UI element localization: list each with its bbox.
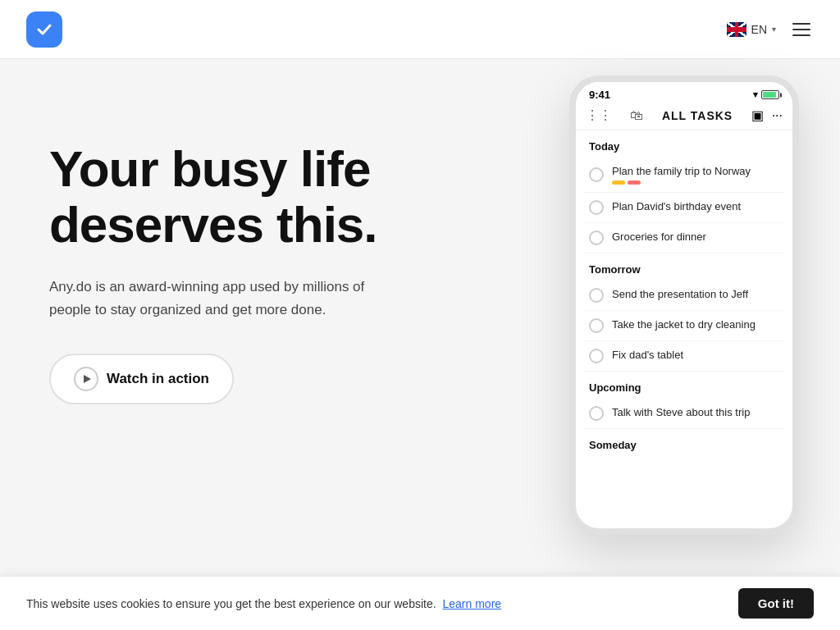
tag-red xyxy=(628,180,641,185)
cookie-message-text: This website uses cookies to ensure you … xyxy=(26,597,436,610)
more-icon: ··· xyxy=(772,108,783,123)
headline-line1: Your busy life xyxy=(49,140,370,197)
layout-icon: ▣ xyxy=(751,107,764,123)
section-tomorrow: Tomorrow xyxy=(582,253,786,281)
cookie-message: This website uses cookies to ensure you … xyxy=(26,597,501,610)
hamburger-line-1 xyxy=(792,23,810,25)
task-item: Talk with Steve about this trip xyxy=(582,399,786,429)
task-text: Talk with Steve about this trip xyxy=(612,406,750,420)
task-text-wrap: Plan the family trip to Norway xyxy=(612,165,779,185)
logo-icon xyxy=(26,11,62,48)
battery-icon xyxy=(761,90,779,99)
battery-fill xyxy=(763,92,776,98)
task-text: Send the presentation to Jeff xyxy=(612,288,748,302)
cookie-actions: Got it! xyxy=(738,588,814,619)
phone-nav-bar: ⋮⋮ 🛍 ALL TASKS ▣ ··· xyxy=(576,104,792,130)
cookie-banner: This website uses cookies to ensure you … xyxy=(0,576,840,630)
bag-icon: 🛍 xyxy=(630,108,643,123)
task-checkbox[interactable] xyxy=(589,349,604,363)
watch-button-label: Watch in action xyxy=(107,371,209,387)
language-code: EN xyxy=(751,23,767,36)
nav-title: ALL TASKS xyxy=(662,109,733,122)
chevron-down-icon: ▾ xyxy=(772,25,776,34)
hamburger-line-3 xyxy=(792,34,810,36)
play-triangle xyxy=(84,375,91,383)
task-checkbox[interactable] xyxy=(589,288,604,303)
header: EN ▾ xyxy=(0,0,840,59)
tag-yellow xyxy=(612,180,625,185)
task-list: Today Plan the family trip to Norway Pla… xyxy=(576,130,792,456)
uk-flag-icon xyxy=(727,22,746,37)
task-checkbox[interactable] xyxy=(589,406,604,421)
grid-icon: ⋮⋮ xyxy=(586,107,612,123)
main-content: Your busy life deserves this. Any.do is … xyxy=(0,59,840,630)
phone-time: 9:41 xyxy=(589,89,610,101)
task-checkbox[interactable] xyxy=(589,200,604,215)
phone-nav-actions: ▣ ··· xyxy=(751,107,783,123)
task-item: Take the jacket to dry cleaning xyxy=(582,311,786,341)
task-item: Fix dad's tablet xyxy=(582,341,786,372)
watch-in-action-button[interactable]: Watch in action xyxy=(49,354,234,404)
phone-mockup: 9:41 ▾ ⋮⋮ 🛍 ALL TASKS ▣ ··· Today xyxy=(569,75,799,535)
task-checkbox[interactable] xyxy=(589,167,604,182)
task-checkbox[interactable] xyxy=(589,231,604,245)
section-someday: Someday xyxy=(582,429,786,456)
task-item: Plan David's birthday event xyxy=(582,193,786,223)
headline-line2: deserves this. xyxy=(49,196,377,253)
hamburger-line-2 xyxy=(792,29,810,30)
language-selector[interactable]: EN ▾ xyxy=(727,22,776,37)
task-item: Send the presentation to Jeff xyxy=(582,281,786,311)
hamburger-menu[interactable] xyxy=(789,20,814,39)
phone-status-bar: 9:41 ▾ xyxy=(576,82,792,104)
task-text: Take the jacket to dry cleaning xyxy=(612,318,756,332)
section-today: Today xyxy=(582,130,786,158)
hero-left: Your busy life deserves this. Any.do is … xyxy=(49,108,476,404)
task-text: Groceries for dinner xyxy=(612,231,706,244)
got-it-button[interactable]: Got it! xyxy=(738,588,814,619)
task-text: Fix dad's tablet xyxy=(612,349,683,363)
task-item: Plan the family trip to Norway xyxy=(582,158,786,193)
status-icons: ▾ xyxy=(753,89,779,100)
task-checkbox[interactable] xyxy=(589,318,604,333)
wifi-icon: ▾ xyxy=(753,89,758,100)
learn-more-link[interactable]: Learn more xyxy=(443,597,502,610)
task-tags xyxy=(612,180,779,185)
logo[interactable] xyxy=(26,11,62,48)
section-upcoming: Upcoming xyxy=(582,372,786,399)
header-right: EN ▾ xyxy=(727,20,814,39)
hero-headline: Your busy life deserves this. xyxy=(49,141,476,253)
play-icon xyxy=(74,367,98,391)
task-text: Plan David's birthday event xyxy=(612,200,741,214)
task-item: Groceries for dinner xyxy=(582,223,786,253)
task-text: Plan the family trip to Norway xyxy=(612,165,779,179)
hero-subtitle: Any.do is an award-winning app used by m… xyxy=(49,276,377,320)
